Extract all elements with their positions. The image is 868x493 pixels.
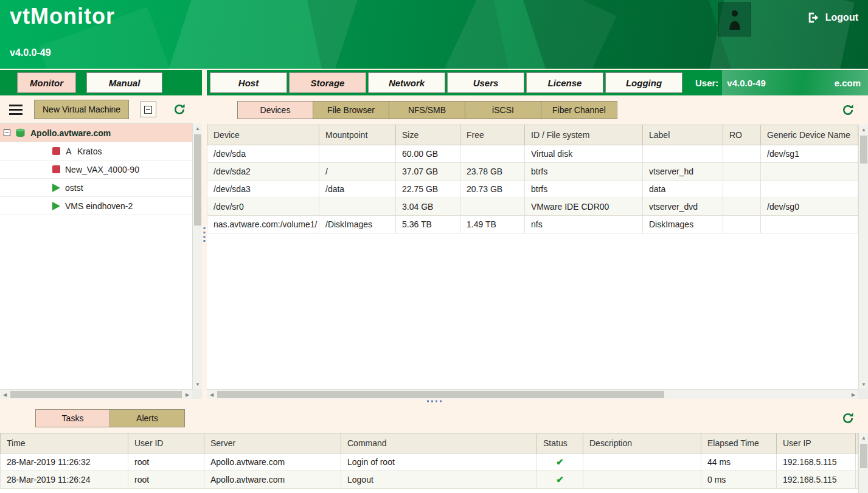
tab-storage[interactable]: Storage bbox=[289, 72, 366, 93]
tab-monitor[interactable]: Monitor bbox=[17, 72, 76, 93]
scroll-thumb[interactable] bbox=[194, 134, 201, 226]
table-cell: 192.168.5.115 bbox=[777, 453, 856, 471]
tasks-vertical-scrollbar[interactable]: ▲ bbox=[858, 433, 868, 493]
table-cell: /dev/sda2 bbox=[207, 163, 319, 181]
column-header-size[interactable]: Size bbox=[396, 125, 460, 145]
column-header-elapsed-time[interactable]: Elapsed Time bbox=[701, 433, 777, 453]
column-header-ro[interactable]: RO bbox=[723, 125, 761, 145]
tree-item-vm[interactable]: ostst bbox=[0, 179, 192, 197]
tab-alerts[interactable]: Alerts bbox=[110, 409, 185, 427]
tab-logging[interactable]: Logging bbox=[605, 72, 682, 93]
column-header-generic-device-name[interactable]: Generic Device Name bbox=[761, 125, 858, 145]
scroll-thumb[interactable] bbox=[10, 391, 182, 398]
logout-button[interactable]: Logout bbox=[807, 11, 858, 24]
tab-license[interactable]: License bbox=[526, 72, 603, 93]
table-cell: /dev/sg0 bbox=[761, 198, 858, 216]
user-label: User: bbox=[695, 78, 718, 88]
table-cell bbox=[583, 453, 701, 471]
table-cell: Virtual disk bbox=[525, 145, 643, 163]
subtab-fiber-channel[interactable]: Fiber Channel bbox=[541, 101, 617, 119]
scroll-thumb[interactable] bbox=[860, 136, 867, 164]
table-cell: /dev/sg1 bbox=[761, 145, 858, 163]
column-header-id-file-system[interactable]: ID / File system bbox=[525, 125, 643, 145]
scroll-up-arrow[interactable]: ▲ bbox=[859, 125, 868, 134]
new-vm-button[interactable]: New Virtual Machine bbox=[34, 100, 129, 119]
menu-icon[interactable] bbox=[9, 103, 23, 116]
storage-devices-area: DeviceMountpointSizeFreeID / File system… bbox=[207, 125, 858, 389]
tree-refresh-button[interactable] bbox=[173, 103, 186, 116]
tree-horizontal-scrollbar[interactable]: ◀ ▶ bbox=[0, 389, 192, 399]
storage-subtab-row: Devices File Browser NFS/SMB iSCSI Fiber… bbox=[207, 95, 868, 125]
column-header-description[interactable]: Description bbox=[583, 433, 701, 453]
tab-users[interactable]: Users bbox=[447, 72, 524, 93]
table-cell bbox=[460, 145, 525, 163]
table-cell: 1.49 TB bbox=[460, 216, 525, 233]
column-header-status[interactable]: Status bbox=[537, 433, 583, 453]
table-row[interactable]: 28-Mar-2019 11:26:24rootApollo.avtware.c… bbox=[1, 471, 858, 489]
table-cell bbox=[460, 198, 525, 216]
scroll-left-arrow[interactable]: ◀ bbox=[207, 390, 217, 399]
scroll-down-arrow[interactable]: ▼ bbox=[859, 379, 868, 389]
splitter-grip bbox=[204, 225, 206, 244]
table-row[interactable]: 28-Mar-2019 11:26:32rootApollo.avtware.c… bbox=[1, 453, 858, 471]
scroll-thumb[interactable] bbox=[860, 444, 867, 468]
scroll-left-arrow[interactable]: ◀ bbox=[0, 390, 10, 399]
column-header-user-id[interactable]: User ID bbox=[128, 433, 204, 453]
collapse-node-icon[interactable] bbox=[4, 129, 10, 136]
table-cell: Apollo.avtware.com bbox=[204, 453, 341, 471]
storage-refresh-button[interactable] bbox=[841, 103, 855, 117]
table-cell: ✔ bbox=[537, 453, 583, 471]
tab-tasks[interactable]: Tasks bbox=[35, 409, 110, 427]
scroll-up-arrow[interactable]: ▲ bbox=[193, 123, 203, 133]
table-cell: /DiskImages bbox=[319, 216, 396, 233]
tree-server-row[interactable]: Apollo.avtware.com bbox=[0, 124, 192, 142]
table-cell: VMware IDE CDR00 bbox=[525, 198, 643, 216]
table-cell: 0 ms bbox=[701, 471, 777, 489]
column-header-server[interactable]: Server bbox=[204, 433, 341, 453]
storage-vertical-scrollbar[interactable]: ▲ ▼ bbox=[858, 125, 868, 389]
scroll-down-arrow[interactable]: ▼ bbox=[193, 379, 203, 389]
tasks-table: TimeUser IDServerCommandStatusDescriptio… bbox=[0, 433, 858, 489]
tree-item-vm[interactable]: AKratos bbox=[0, 142, 192, 160]
tab-manual[interactable]: Manual bbox=[86, 72, 162, 93]
tree-item-vm[interactable]: VMS eindhoven-2 bbox=[0, 197, 192, 215]
table-row[interactable]: /dev/sda3/data22.75 GB20.73 GBbtrfsdata bbox=[207, 181, 858, 198]
column-header-time[interactable]: Time bbox=[1, 433, 128, 453]
table-cell: Login of root bbox=[341, 453, 537, 471]
tasks-tab-row: Tasks Alerts bbox=[0, 404, 868, 433]
column-header-device[interactable]: Device bbox=[207, 125, 319, 145]
storage-horizontal-scrollbar[interactable]: ◀ ▶ bbox=[207, 389, 858, 399]
vm-running-icon bbox=[52, 202, 60, 210]
panel-splitter-vertical[interactable] bbox=[202, 70, 207, 399]
scroll-up-arrow[interactable]: ▲ bbox=[859, 433, 868, 443]
storage-devices-table: DeviceMountpointSizeFreeID / File system… bbox=[207, 125, 858, 233]
table-row[interactable]: /dev/sda60.00 GBVirtual disk/dev/sg1 bbox=[207, 145, 858, 163]
tasks-refresh-button[interactable] bbox=[841, 412, 855, 425]
subtab-devices[interactable]: Devices bbox=[237, 101, 313, 119]
table-row[interactable]: /dev/sr03.04 GBVMware IDE CDR00vtserver_… bbox=[207, 198, 858, 216]
table-row[interactable]: nas.avtware.com:/volume1//DiskImages5.36… bbox=[207, 216, 858, 233]
header-decor-shape bbox=[165, 0, 358, 69]
subtab-iscsi[interactable]: iSCSI bbox=[465, 101, 541, 119]
tree-vertical-scrollbar[interactable]: ▲ ▼ bbox=[192, 123, 202, 389]
column-header-mountpoint[interactable]: Mountpoint bbox=[319, 125, 396, 145]
tab-host[interactable]: Host bbox=[210, 72, 287, 93]
tree-item-vm[interactable]: New_VAX_4000-90 bbox=[0, 160, 192, 179]
server-name: Apollo.avtware.com bbox=[30, 128, 111, 138]
table-row[interactable]: /dev/sda2/37.07 GB23.78 GBbtrfsvtserver_… bbox=[207, 163, 858, 181]
table-cell bbox=[761, 216, 858, 233]
scroll-right-arrow[interactable]: ▶ bbox=[849, 390, 858, 399]
subtab-nfs-smb[interactable]: NFS/SMB bbox=[389, 101, 465, 119]
scroll-right-arrow[interactable]: ▶ bbox=[182, 390, 192, 399]
table-cell: nfs bbox=[525, 216, 643, 233]
panel-splitter-horizontal[interactable] bbox=[0, 399, 868, 404]
column-header-user-ip[interactable]: User IP bbox=[777, 433, 856, 453]
collapse-all-button[interactable] bbox=[140, 102, 156, 117]
scroll-thumb[interactable] bbox=[217, 391, 664, 398]
refresh-icon bbox=[173, 103, 186, 116]
subtab-file-browser[interactable]: File Browser bbox=[313, 101, 389, 119]
tab-network[interactable]: Network bbox=[368, 72, 445, 93]
column-header-command[interactable]: Command bbox=[341, 433, 537, 453]
column-header-free[interactable]: Free bbox=[460, 125, 525, 145]
column-header-label[interactable]: Label bbox=[643, 125, 723, 145]
